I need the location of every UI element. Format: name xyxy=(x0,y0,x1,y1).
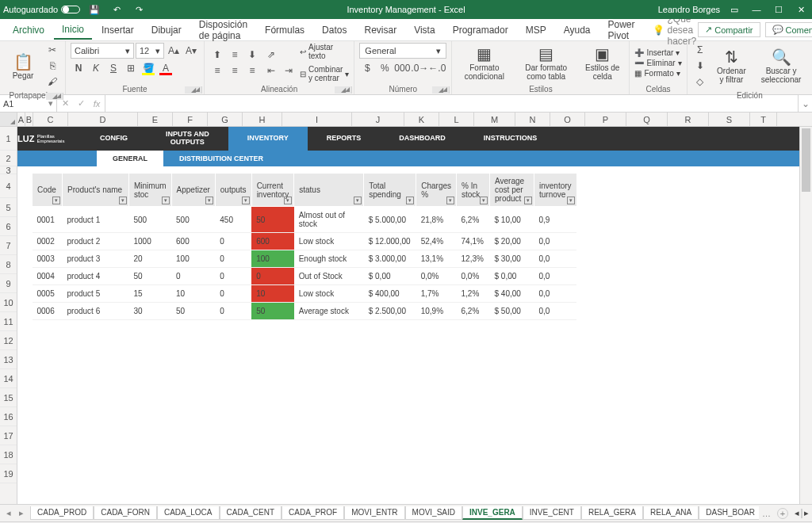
conditional-format-button[interactable]: ▦Formato condicional xyxy=(457,43,511,82)
subnav-tab-general[interactable]: GENERAL xyxy=(97,151,163,166)
vertical-scrollbar[interactable] xyxy=(799,127,812,504)
column-header[interactable]: H xyxy=(243,113,282,126)
comments-button[interactable]: 💬Comentarios xyxy=(765,22,813,37)
fill-icon[interactable]: ⬇ xyxy=(692,59,708,73)
nav-tab-instructions[interactable]: INSTRUCTIONS xyxy=(465,127,557,151)
table-cell[interactable]: 450 xyxy=(215,207,251,233)
nav-tab-inventory[interactable]: INVENTORY xyxy=(228,127,308,151)
table-cell[interactable]: 74,1% xyxy=(457,233,490,250)
filter-icon[interactable]: ▾ xyxy=(446,197,454,204)
copy-icon[interactable]: ⎘ xyxy=(44,59,60,73)
table-cell[interactable]: 0,0 xyxy=(534,303,577,320)
currency-icon[interactable]: $ xyxy=(359,61,375,75)
table-cell[interactable]: Low stock xyxy=(294,233,364,250)
align-left-icon[interactable]: ≡ xyxy=(209,63,225,78)
nav-tab-inputs-and-outputs[interactable]: INPUTS ANDOUTPUTS xyxy=(147,127,228,151)
sheet-tab-movi_entr[interactable]: MOVI_ENTR xyxy=(344,506,404,520)
table-cell[interactable]: 6,2% xyxy=(457,303,490,320)
table-cell[interactable]: 1000 xyxy=(129,233,172,250)
table-cell[interactable]: 0 xyxy=(215,268,251,285)
table-cell[interactable]: 500 xyxy=(171,207,215,233)
table-header[interactable]: Minimum stoc▾ xyxy=(129,174,172,207)
delete-cells-button[interactable]: ➖Eliminar▾ xyxy=(634,59,681,67)
table-cell[interactable]: product 1 xyxy=(63,207,129,233)
format-cells-button[interactable]: ▦Formato▾ xyxy=(634,69,681,78)
row-header[interactable]: 5 xyxy=(0,198,17,217)
table-cell[interactable]: $ 400,00 xyxy=(364,285,416,303)
row-header[interactable]: 15 xyxy=(0,388,17,407)
table-header[interactable]: Current inventory▾ xyxy=(251,174,294,207)
table-cell[interactable]: 0003 xyxy=(33,250,63,268)
row-header[interactable]: 7 xyxy=(0,236,17,255)
tab-draw[interactable]: Dibujar xyxy=(144,21,190,39)
sheet-tab-cada_cent[interactable]: CADA_CENT xyxy=(220,506,282,520)
table-cell[interactable]: $ 5.000,00 xyxy=(364,207,416,233)
align-middle-icon[interactable]: ≡ xyxy=(227,48,243,62)
column-header[interactable]: D xyxy=(68,113,138,126)
share-button[interactable]: ↗Compartir xyxy=(698,22,760,37)
clear-icon[interactable]: ◇ xyxy=(692,74,708,89)
row-header[interactable]: 4 xyxy=(0,174,17,198)
column-header[interactable]: J xyxy=(352,113,404,126)
tab-msp[interactable]: MSP xyxy=(518,21,554,39)
table-cell[interactable]: 0 xyxy=(251,268,294,285)
table-cell[interactable]: 10 xyxy=(171,285,215,303)
font-name-select[interactable]: Calibri▾ xyxy=(71,43,134,59)
autosum-icon[interactable]: Σ xyxy=(692,43,708,57)
row-header[interactable]: 16 xyxy=(0,407,17,426)
table-cell[interactable]: 0005 xyxy=(33,285,63,303)
table-cell[interactable]: 20 xyxy=(129,250,172,268)
cell-styles-button[interactable]: ▣Estilos de celda xyxy=(580,43,624,82)
tab-layout[interactable]: Disposición de página xyxy=(191,16,255,44)
table-cell[interactable]: $ 40,00 xyxy=(490,285,534,303)
italic-button[interactable]: K xyxy=(88,61,104,75)
decrease-indent-icon[interactable]: ⇤ xyxy=(263,63,279,78)
increase-indent-icon[interactable]: ⇥ xyxy=(281,63,297,78)
sheet-tab-cada_prof[interactable]: CADA_PROF xyxy=(282,506,344,520)
table-cell[interactable]: 100 xyxy=(171,250,215,268)
row-header[interactable]: 2 xyxy=(0,151,17,166)
column-header[interactable]: K xyxy=(404,113,439,126)
font-color-button[interactable]: A xyxy=(158,61,174,75)
tab-data[interactable]: Datos xyxy=(314,21,354,39)
decrease-font-icon[interactable]: A▾ xyxy=(183,44,199,58)
row-header[interactable]: 8 xyxy=(0,255,17,274)
sheet-more-icon[interactable]: … xyxy=(759,509,774,518)
table-cell[interactable]: 0002 xyxy=(33,233,63,250)
row-header[interactable]: 10 xyxy=(0,293,17,312)
nav-tab-reports[interactable]: REPORTS xyxy=(308,127,381,151)
align-bottom-icon[interactable]: ⬇ xyxy=(244,48,260,62)
table-cell[interactable]: $ 30,00 xyxy=(490,250,534,268)
table-cell[interactable]: 0,0 xyxy=(534,250,577,268)
table-cell[interactable]: product 6 xyxy=(63,303,129,320)
sheet-tab-cada_prod[interactable]: CADA_PROD xyxy=(30,506,94,520)
filter-icon[interactable]: ▾ xyxy=(242,197,250,204)
row-header[interactable]: 14 xyxy=(0,369,17,388)
table-header[interactable]: Total spending▾ xyxy=(364,174,416,207)
sheet-tab-movi_said[interactable]: MOVI_SAID xyxy=(405,506,462,520)
table-header[interactable]: status▾ xyxy=(294,174,364,207)
table-cell[interactable]: 0 xyxy=(171,268,215,285)
column-header[interactable]: F xyxy=(173,113,208,126)
table-header[interactable]: Average cost per product▾ xyxy=(490,174,534,207)
table-cell[interactable]: $ 3.000,00 xyxy=(364,250,416,268)
filter-icon[interactable]: ▾ xyxy=(205,197,213,204)
table-cell[interactable]: 1,2% xyxy=(457,285,490,303)
user-name[interactable]: Leandro Borges xyxy=(658,5,720,14)
sheet-nav-prev-icon[interactable]: ◂ xyxy=(3,508,14,518)
row-header[interactable]: 3 xyxy=(0,166,17,174)
row-header[interactable]: 11 xyxy=(0,312,17,331)
add-sheet-button[interactable]: + xyxy=(777,508,788,519)
wrap-text-button[interactable]: ↩Ajustar texto xyxy=(300,43,349,60)
row-header[interactable]: 6 xyxy=(0,217,17,236)
table-cell[interactable]: 30 xyxy=(129,303,172,320)
column-header[interactable]: M xyxy=(474,113,515,126)
cut-icon[interactable]: ✂ xyxy=(44,43,60,57)
minimize-icon[interactable]: — xyxy=(749,2,764,17)
sheet-tab-rela_ana[interactable]: RELA_ANA xyxy=(643,506,699,520)
table-cell[interactable]: 0,0% xyxy=(457,268,490,285)
table-cell[interactable]: 6,2% xyxy=(457,207,490,233)
table-cell[interactable]: 0,0 xyxy=(534,233,577,250)
nav-tab-config[interactable]: CONFIG xyxy=(81,127,147,151)
filter-icon[interactable]: ▾ xyxy=(524,197,532,204)
